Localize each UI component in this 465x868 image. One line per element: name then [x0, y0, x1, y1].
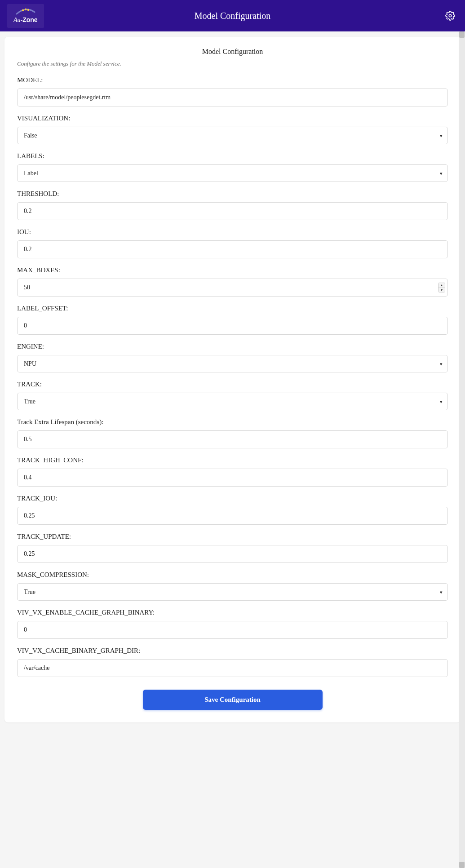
field-labels: LABELS: Label ▾	[17, 152, 448, 182]
threshold-input[interactable]	[17, 202, 448, 220]
svg-point-2	[27, 9, 29, 10]
label-engine: ENGINE:	[17, 343, 448, 350]
label-track-high-conf: TRACK_HIGH_CONF:	[17, 456, 448, 464]
field-track-iou: TRACK_IOU:	[17, 495, 448, 525]
step-down-button[interactable]: ▼	[438, 288, 445, 292]
field-viv-dir: VIV_VX_CACHE_BINARY_GRAPH_DIR:	[17, 647, 448, 677]
label-track: TRACK:	[17, 381, 448, 388]
field-mask-compression: MASK_COMPRESSION: True ▾	[17, 571, 448, 601]
label-visualization: VISUALIZATION:	[17, 115, 448, 122]
label-track-update: TRACK_UPDATE:	[17, 533, 448, 540]
field-iou: IOU:	[17, 228, 448, 258]
config-card: Model Configuration Configure the settin…	[4, 37, 461, 722]
track-iou-input[interactable]	[17, 507, 448, 525]
svg-point-1	[25, 8, 27, 10]
max-boxes-stepper: ▲ ▼	[438, 283, 445, 292]
field-visualization: VISUALIZATION: False ▾	[17, 115, 448, 144]
label-labels: LABELS:	[17, 152, 448, 160]
logo-swoosh-icon	[15, 8, 36, 16]
label-label-offset: LABEL_OFFSET:	[17, 305, 448, 312]
label-threshold: THRESHOLD:	[17, 190, 448, 198]
page-title: Model Configuration	[195, 11, 270, 21]
track-extra-lifespan-input[interactable]	[17, 430, 448, 448]
field-model: MODEL:	[17, 76, 448, 106]
field-track-high-conf: TRACK_HIGH_CONF:	[17, 456, 448, 487]
track-update-input[interactable]	[17, 545, 448, 563]
max-boxes-input[interactable]	[17, 279, 448, 297]
label-viv-enable: VIV_VX_ENABLE_CACHE_GRAPH_BINARY:	[17, 609, 448, 616]
field-threshold: THRESHOLD:	[17, 190, 448, 220]
svg-point-0	[22, 9, 24, 11]
svg-point-3	[449, 14, 452, 17]
field-engine: ENGINE: NPU ▾	[17, 343, 448, 372]
brand-text: Au-Zone	[13, 17, 38, 23]
label-max-boxes: MAX_BOXES:	[17, 266, 448, 274]
top-bar: Au-Zone Model Configuration	[0, 0, 465, 31]
field-label-offset: LABEL_OFFSET:	[17, 305, 448, 335]
gear-icon	[445, 11, 455, 21]
field-viv-enable: VIV_VX_ENABLE_CACHE_GRAPH_BINARY:	[17, 609, 448, 639]
step-up-button[interactable]: ▲	[438, 283, 445, 288]
iou-input[interactable]	[17, 240, 448, 258]
settings-button[interactable]	[443, 8, 458, 23]
label-viv-dir: VIV_VX_CACHE_BINARY_GRAPH_DIR:	[17, 647, 448, 655]
field-track-update: TRACK_UPDATE:	[17, 533, 448, 563]
field-track: TRACK: True ▾	[17, 381, 448, 410]
label-iou: IOU:	[17, 228, 448, 236]
field-max-boxes: MAX_BOXES: ▲ ▼	[17, 266, 448, 297]
labels-select[interactable]: Label	[17, 164, 448, 182]
visualization-select[interactable]: False	[17, 127, 448, 144]
label-model: MODEL:	[17, 76, 448, 84]
track-select[interactable]: True	[17, 393, 448, 410]
brand-text-prefix: Au-	[13, 17, 22, 23]
label-mask-compression: MASK_COMPRESSION:	[17, 571, 448, 579]
card-description: Configure the settings for the Model ser…	[17, 60, 448, 67]
label-track-extra-lifespan: Track Extra Lifespan (seconds):	[17, 418, 448, 426]
brand-text-bold: Zone	[22, 16, 37, 23]
scrollbar-track[interactable]	[459, 31, 465, 731]
scrollbar-thumb-top[interactable]	[459, 31, 465, 38]
label-track-iou: TRACK_IOU:	[17, 495, 448, 502]
viv-dir-input[interactable]	[17, 659, 448, 677]
field-track-extra-lifespan: Track Extra Lifespan (seconds):	[17, 418, 448, 448]
track-high-conf-input[interactable]	[17, 469, 448, 487]
mask-compression-select[interactable]: True	[17, 583, 448, 601]
viv-enable-input[interactable]	[17, 621, 448, 639]
save-configuration-button[interactable]: Save Configuration	[143, 690, 323, 710]
brand-logo: Au-Zone	[7, 4, 44, 28]
card-title: Model Configuration	[17, 48, 448, 56]
engine-select[interactable]: NPU	[17, 355, 448, 372]
model-input[interactable]	[17, 89, 448, 106]
label-offset-input[interactable]	[17, 317, 448, 335]
